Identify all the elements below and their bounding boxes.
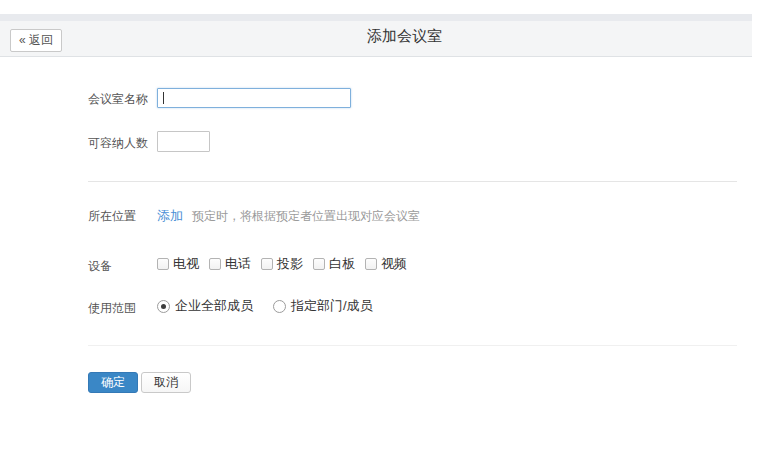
checkbox-icon (209, 258, 221, 270)
scope-option-label: 指定部门/成员 (291, 297, 373, 315)
checkbox-icon (261, 258, 273, 270)
devices-checkbox-group: 电视 电话 投影 白板 视频 (157, 255, 417, 273)
scope-radio-specified[interactable]: 指定部门/成员 (273, 297, 373, 315)
add-location-link[interactable]: 添加 (157, 207, 183, 225)
section-divider (88, 181, 737, 182)
cancel-button[interactable]: 取消 (141, 372, 191, 393)
scope-radio-all-members[interactable]: 企业全部成员 (157, 297, 253, 315)
device-label: 电话 (225, 255, 251, 273)
page-header: « 返回 添加会议室 (0, 14, 752, 57)
scope-option-label: 企业全部成员 (175, 297, 253, 315)
devices-field-label: 设备 (88, 258, 112, 275)
name-field-label: 会议室名称 (88, 91, 148, 108)
device-label: 白板 (329, 255, 355, 273)
capacity-input[interactable] (157, 131, 210, 152)
header-top-strip (0, 14, 752, 21)
radio-unselected-icon (273, 300, 286, 313)
name-input-wrap (157, 88, 351, 108)
name-input[interactable] (157, 88, 351, 108)
device-label: 电视 (173, 255, 199, 273)
device-checkbox-projector[interactable]: 投影 (261, 255, 303, 273)
device-label: 投影 (277, 255, 303, 273)
section-divider (88, 345, 737, 346)
device-checkbox-video[interactable]: 视频 (365, 255, 407, 273)
device-checkbox-whiteboard[interactable]: 白板 (313, 255, 355, 273)
scope-radio-group: 企业全部成员 指定部门/成员 (157, 297, 393, 315)
capacity-field-label: 可容纳人数 (88, 135, 148, 152)
radio-selected-icon (157, 300, 170, 313)
location-hint-text: 预定时，将根据预定者位置出现对应会议室 (192, 208, 420, 225)
device-label: 视频 (381, 255, 407, 273)
device-checkbox-phone[interactable]: 电话 (209, 255, 251, 273)
confirm-button[interactable]: 确定 (88, 372, 138, 393)
device-checkbox-tv[interactable]: 电视 (157, 255, 199, 273)
checkbox-icon (157, 258, 169, 270)
location-field-label: 所在位置 (88, 208, 136, 225)
checkbox-icon (313, 258, 325, 270)
checkbox-icon (365, 258, 377, 270)
back-button[interactable]: « 返回 (10, 29, 62, 52)
page-title: 添加会议室 (57, 27, 752, 46)
scope-field-label: 使用范围 (88, 300, 136, 317)
capacity-input-wrap (157, 131, 210, 152)
